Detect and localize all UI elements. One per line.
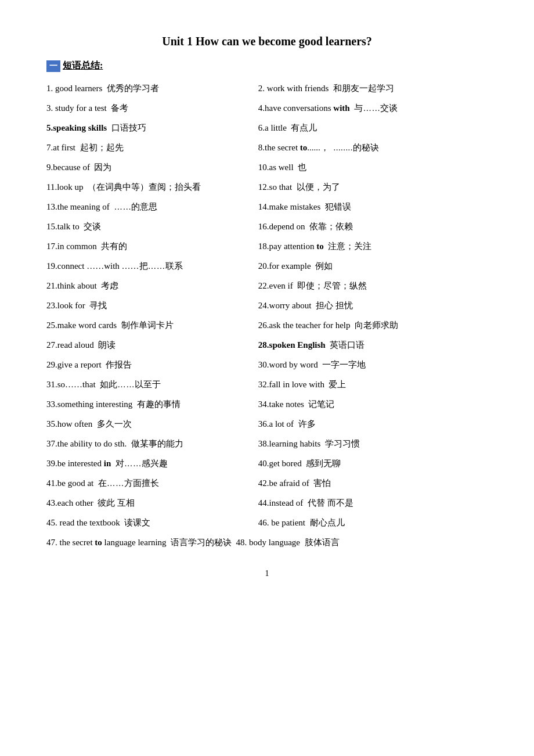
phrase-left-15: 29.give a report 作报告: [46, 357, 258, 373]
phrase-left-12: 23.look for 寻找: [46, 297, 258, 314]
phrase-right-8: 16.depend on 依靠；依赖: [258, 218, 488, 235]
phrase-left-23: 45. read the textbook 读课文: [46, 514, 258, 531]
section-title: 短语总结:: [63, 60, 103, 72]
phrase-row-16: 31.so……that 如此……以至于 32.fall in love with…: [46, 376, 488, 394]
phrase-right-15: 30.word by word 一字一字地: [258, 357, 488, 373]
phrase-row-5: 9.because of 因为 10.as well 也: [46, 159, 488, 177]
phrases-grid: 1. good learners 优秀的学习者 2. work with fri…: [46, 80, 488, 552]
page-title: Unit 1 How can we become good learners?: [46, 35, 488, 48]
phrase-row-8: 15.talk to 交谈 16.depend on 依靠；依赖: [46, 218, 488, 236]
phrase-full-24: 47. the secret to language learning 语言学习…: [46, 534, 488, 551]
phrase-right-22: 44.instead of 代替 而不是: [258, 495, 488, 512]
phrase-right-10: 20.for example 例如: [258, 258, 488, 275]
phrase-right-23: 46. be patient 耐心点儿: [258, 514, 488, 531]
phrase-right-16: 32.fall in love with 爱上: [258, 376, 488, 393]
phrase-row-19: 37.the ability to do sth. 做某事的能力 38.lear…: [46, 435, 488, 453]
phrase-right-11: 22.even if 即使；尽管；纵然: [258, 278, 488, 294]
phrase-left-5: 9.because of 因为: [46, 159, 258, 176]
phrase-row-24: 47. the secret to language learning 语言学习…: [46, 534, 488, 552]
phrase-row-23: 45. read the textbook 读课文 46. be patient…: [46, 514, 488, 532]
phrase-row-6: 11.look up （在词典中等）查阅；抬头看 12.so that 以便，为…: [46, 179, 488, 196]
phrase-row-2: 3. study for a test 备考 4.have conversati…: [46, 100, 488, 117]
phrase-right-12: 24.worry about 担心 担忧: [258, 297, 488, 314]
phrase-row-4: 7.at first 起初；起先 8.the secret to......， …: [46, 139, 488, 157]
phrase-left-11: 21.think about 考虑: [46, 278, 258, 294]
phrase-right-18: 36.a lot of 许多: [258, 416, 488, 433]
phrase-right-20: 40.get bored 感到无聊: [258, 455, 488, 472]
phrase-left-2: 3. study for a test 备考: [46, 100, 258, 117]
phrase-right-7: 14.make mistakes 犯错误: [258, 199, 488, 215]
phrase-left-17: 33.something interesting 有趣的事情: [46, 396, 258, 413]
phrase-row-3: 5.speaking skills 口语技巧 6.a little 有点儿: [46, 120, 488, 137]
phrase-left-8: 15.talk to 交谈: [46, 218, 258, 235]
phrase-left-20: 39.be interested in 对……感兴趣: [46, 455, 258, 472]
phrase-right-9: 18.pay attention to 注意；关注: [258, 238, 488, 255]
phrase-row-12: 23.look for 寻找 24.worry about 担心 担忧: [46, 297, 488, 315]
phrase-left-13: 25.make word cards 制作单词卡片: [46, 317, 258, 334]
page-number: 1: [46, 569, 488, 578]
phrase-left-21: 41.be good at 在……方面擅长: [46, 475, 258, 492]
phrase-left-18: 35.how often 多久一次: [46, 416, 258, 433]
phrase-right-13: 26.ask the teacher for help 向老师求助: [258, 317, 488, 334]
phrase-row-9: 17.in common 共有的 18.pay attention to 注意；…: [46, 238, 488, 255]
phrase-right-1: 2. work with friends 和朋友一起学习: [258, 80, 488, 97]
phrase-right-14: 28.spoken English 英语口语: [258, 337, 488, 354]
phrase-row-10: 19.connect ……with ……把……联系 20.for example…: [46, 258, 488, 275]
section-header: 一 短语总结:: [46, 60, 488, 72]
phrase-row-11: 21.think about 考虑 22.even if 即使；尽管；纵然: [46, 278, 488, 295]
phrase-row-1: 1. good learners 优秀的学习者 2. work with fri…: [46, 80, 488, 98]
phrase-right-5: 10.as well 也: [258, 159, 488, 176]
phrase-row-14: 27.read aloud 朗读 28.spoken English 英语口语: [46, 337, 488, 354]
phrase-row-13: 25.make word cards 制作单词卡片 26.ask the tea…: [46, 317, 488, 334]
phrase-row-21: 41.be good at 在……方面擅长 42.be afraid of 害怕: [46, 475, 488, 492]
phrase-row-7: 13.the meaning of ……的意思 14.make mistakes…: [46, 199, 488, 216]
phrase-right-2: 4.have conversations with 与……交谈: [258, 100, 488, 117]
phrase-row-18: 35.how often 多久一次 36.a lot of 许多: [46, 416, 488, 433]
phrase-right-21: 42.be afraid of 害怕: [258, 475, 488, 492]
phrase-left-7: 13.the meaning of ……的意思: [46, 199, 258, 215]
phrase-right-6: 12.so that 以便，为了: [258, 179, 488, 196]
phrase-left-19: 37.the ability to do sth. 做某事的能力: [46, 435, 258, 452]
phrase-left-16: 31.so……that 如此……以至于: [46, 376, 258, 393]
phrase-left-6: 11.look up （在词典中等）查阅；抬头看: [46, 179, 258, 196]
phrase-right-17: 34.take notes 记笔记: [258, 396, 488, 413]
phrase-left-10: 19.connect ……with ……把……联系: [46, 258, 258, 275]
phrase-right-19: 38.learning habits 学习习惯: [258, 435, 488, 452]
section-number: 一: [46, 60, 60, 72]
phrase-right-3: 6.a little 有点儿: [258, 120, 488, 136]
phrase-row-17: 33.something interesting 有趣的事情 34.take n…: [46, 396, 488, 413]
phrase-left-1: 1. good learners 优秀的学习者: [46, 80, 258, 97]
phrase-row-22: 43.each other 彼此 互相 44.instead of 代替 而不是: [46, 495, 488, 512]
phrase-right-4: 8.the secret to......， ........的秘诀: [258, 139, 488, 156]
phrase-left-9: 17.in common 共有的: [46, 238, 258, 255]
phrase-left-22: 43.each other 彼此 互相: [46, 495, 258, 512]
phrase-row-15: 29.give a report 作报告 30.word by word 一字一…: [46, 357, 488, 374]
phrase-left-3: 5.speaking skills 口语技巧: [46, 120, 258, 136]
phrase-row-20: 39.be interested in 对……感兴趣 40.get bored …: [46, 455, 488, 473]
phrase-left-4: 7.at first 起初；起先: [46, 139, 258, 156]
phrase-left-14: 27.read aloud 朗读: [46, 337, 258, 354]
